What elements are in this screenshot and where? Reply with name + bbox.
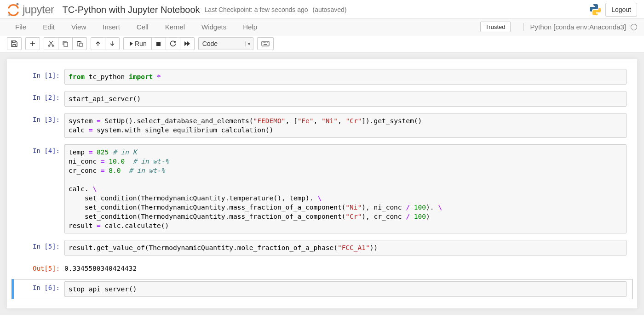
code-cell[interactable]: In [2]:start_api_server() — [12, 89, 632, 109]
code-cell[interactable]: In [3]:system = SetUp().select_database_… — [12, 111, 632, 140]
move-up-button[interactable] — [91, 37, 105, 50]
cut-icon — [48, 40, 54, 47]
svg-point-0 — [17, 3, 19, 6]
code-input[interactable]: temp = 825 # in K ni_conc = 10.0 # in wt… — [64, 144, 627, 233]
code-input[interactable]: start_api_server() — [64, 91, 627, 107]
svg-rect-11 — [262, 41, 269, 46]
keyboard-icon — [261, 41, 270, 46]
output-area: Out[5]:0.3345580340424432 — [12, 260, 632, 277]
svg-point-15 — [267, 42, 268, 43]
svg-point-12 — [263, 42, 264, 43]
code-input[interactable]: stop_api_server() — [64, 281, 627, 297]
jupyter-logo[interactable]: jupyter — [7, 3, 54, 17]
plus-icon — [30, 41, 35, 46]
run-button[interactable]: Run — [123, 37, 152, 50]
paste-icon — [76, 40, 83, 47]
move-down-button[interactable] — [105, 37, 120, 50]
svg-rect-8 — [78, 41, 80, 42]
code-input[interactable]: result.get_value_of(ThermodynamicQuantit… — [64, 240, 627, 256]
code-input[interactable]: from tc_python import * — [64, 69, 627, 85]
autosave-status: (autosaved) — [313, 6, 347, 13]
svg-rect-10 — [156, 42, 161, 46]
save-icon — [11, 40, 17, 47]
logout-button[interactable]: Logout — [605, 3, 637, 17]
insert-cell-button[interactable] — [25, 37, 40, 50]
trusted-indicator[interactable]: Trusted — [480, 22, 511, 32]
copy-button[interactable] — [58, 37, 73, 50]
menu-cell[interactable]: Cell — [128, 19, 157, 34]
output-prompt: Out[5]: — [14, 262, 64, 275]
input-prompt: In [5]: — [14, 240, 64, 256]
menu-widgets[interactable]: Widgets — [193, 19, 235, 34]
svg-point-3 — [597, 13, 598, 14]
menu-help[interactable]: Help — [235, 19, 265, 34]
toolbar: Run Code — [0, 35, 644, 52]
input-prompt: In [1]: — [14, 69, 64, 85]
cell-type-value: Code — [202, 40, 218, 47]
svg-point-14 — [265, 42, 266, 43]
notebook: In [1]:from tc_python import *In [2]:sta… — [7, 59, 637, 308]
menubar: FileEditViewInsertCellKernelWidgetsHelp … — [0, 19, 644, 35]
kernel-status-icon — [631, 24, 637, 30]
input-prompt: In [4]: — [14, 144, 64, 233]
fast-forward-icon — [184, 41, 190, 46]
svg-rect-9 — [80, 43, 82, 46]
checkpoint-status: Last Checkpoint: a few seconds ago — [205, 6, 308, 13]
command-palette-button[interactable] — [257, 37, 274, 50]
menu-kernel[interactable]: Kernel — [157, 19, 193, 34]
svg-point-2 — [593, 5, 594, 6]
jupyter-logo-text: jupyter — [23, 3, 54, 16]
copy-icon — [62, 40, 69, 47]
arrow-up-icon — [95, 41, 101, 46]
restart-run-all-button[interactable] — [180, 37, 195, 50]
kernel-name[interactable]: Python [conda env:Anaconda3] — [523, 23, 629, 31]
svg-rect-6 — [64, 42, 68, 46]
header: jupyter TC-Python with Jupyter Notebook … — [0, 0, 644, 19]
notebook-title[interactable]: TC-Python with Jupyter Notebook — [63, 5, 200, 15]
svg-point-1 — [8, 14, 10, 16]
code-input[interactable]: system = SetUp().select_database_and_ele… — [64, 113, 627, 138]
code-cell[interactable]: In [4]:temp = 825 # in K ni_conc = 10.0 … — [12, 142, 632, 236]
save-button[interactable] — [7, 37, 22, 50]
run-icon — [128, 41, 133, 46]
stop-icon — [156, 41, 161, 46]
output-text: 0.3345580340424432 — [64, 262, 627, 275]
cell-type-select[interactable]: Code — [198, 37, 253, 50]
notebook-container: In [1]:from tc_python import *In [2]:sta… — [0, 52, 644, 315]
interrupt-button[interactable] — [151, 37, 166, 50]
input-prompt: In [3]: — [14, 113, 64, 138]
run-label: Run — [135, 40, 147, 47]
menu-insert[interactable]: Insert — [94, 19, 128, 34]
menu-file[interactable]: File — [7, 19, 34, 34]
menu-items: FileEditViewInsertCellKernelWidgetsHelp — [7, 19, 265, 34]
cut-button[interactable] — [44, 37, 58, 50]
python-icon — [589, 3, 602, 16]
code-cell[interactable]: In [6]:stop_api_server() — [12, 279, 632, 299]
menu-view[interactable]: View — [63, 19, 94, 34]
restart-button[interactable] — [166, 37, 180, 50]
code-cell[interactable]: In [5]:result.get_value_of(Thermodynamic… — [12, 238, 632, 258]
code-cell[interactable]: In [1]:from tc_python import * — [12, 67, 632, 87]
arrow-down-icon — [109, 41, 115, 46]
svg-point-13 — [264, 42, 265, 43]
input-prompt: In [6]: — [14, 281, 64, 297]
paste-button[interactable] — [72, 37, 87, 50]
restart-icon — [170, 40, 176, 47]
input-prompt: In [2]: — [14, 91, 64, 107]
jupyter-planet-icon — [7, 3, 20, 17]
svg-rect-16 — [264, 45, 267, 45]
menu-edit[interactable]: Edit — [34, 19, 63, 34]
